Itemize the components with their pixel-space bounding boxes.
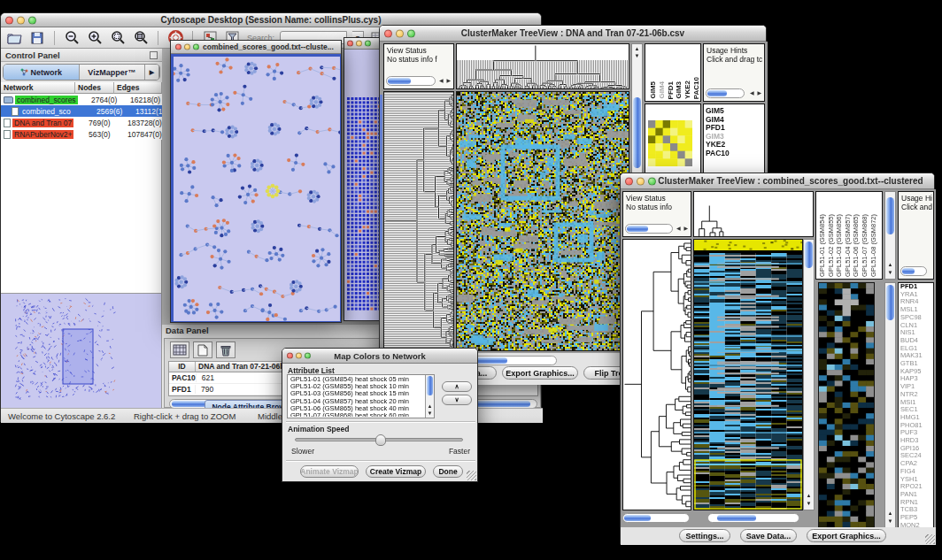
resize-grip[interactable] — [925, 534, 935, 544]
attribute-listbox[interactable]: GPL51-01 (GSM854) heat shock 05 minGPL51… — [287, 374, 435, 418]
animation-speed-slider[interactable] — [295, 438, 463, 441]
detail-heatmap-canvas[interactable] — [819, 283, 874, 527]
scroll-arrow-down[interactable]: ▼ — [885, 269, 895, 276]
zoom-fit-icon[interactable] — [132, 29, 150, 47]
row-dendrogram-canvas[interactable] — [384, 92, 453, 350]
delete-attribute-icon[interactable] — [216, 341, 236, 358]
scroll-thumb[interactable] — [805, 242, 813, 268]
scroll-thumb[interactable] — [886, 285, 894, 320]
minimize-button[interactable] — [184, 44, 190, 50]
move-up-button[interactable]: ∧ — [442, 381, 472, 392]
dense-network-grid-canvas[interactable] — [346, 96, 383, 314]
scroll-arrow-down[interactable]: ▼ — [632, 52, 642, 59]
background-window-titlebar[interactable] — [344, 38, 383, 50]
scroll-arrow-up[interactable]: ▲ — [804, 492, 814, 499]
row-dendrogram-panel[interactable] — [383, 91, 454, 351]
scroll-arrow-up[interactable]: ▲ — [885, 510, 895, 517]
tab-network[interactable]: Network — [4, 65, 80, 80]
scroll-arrows[interactable]: ◀ ▶ — [676, 224, 689, 233]
scroll-arrow-down[interactable]: ▼ — [804, 500, 814, 507]
zoom-button[interactable] — [28, 16, 36, 24]
treeview-combined-titlebar[interactable]: ClusterMaker TreeView : combined_scores_… — [621, 173, 934, 189]
open-session-icon[interactable] — [5, 29, 23, 47]
column-dendrogram-panel[interactable] — [456, 43, 629, 89]
treeview-dna-titlebar[interactable]: ClusterMaker TreeView : DNA and Tran 07-… — [380, 26, 766, 42]
dialog-titlebar[interactable]: Map Colors to Network — [282, 349, 477, 364]
zoom-in-icon[interactable] — [86, 29, 104, 47]
export-graphics-button[interactable]: Export Graphics... — [807, 529, 886, 542]
network-row[interactable]: combined_scores2764(0)16218(0) — [1, 94, 162, 105]
row-dendrogram-canvas[interactable] — [623, 240, 691, 510]
close-button[interactable] — [625, 177, 633, 185]
create-vizmap-button[interactable]: Create Vizmap — [366, 465, 426, 478]
scroll-thumb[interactable] — [427, 376, 433, 395]
attribute-item[interactable]: GPL51-07 (GSM868) heat shock 60 min — [289, 412, 424, 417]
scroll-arrow-down[interactable]: ▼ — [426, 410, 434, 417]
close-button[interactable] — [287, 353, 293, 359]
close-button[interactable] — [5, 16, 13, 24]
network-canvas[interactable] — [174, 57, 340, 321]
zoom-out-icon[interactable] — [63, 29, 81, 47]
zoom-button[interactable] — [193, 44, 199, 50]
zoom-button[interactable] — [648, 177, 656, 185]
slider-thumb[interactable] — [375, 434, 386, 446]
new-attribute-icon[interactable] — [193, 341, 212, 358]
heatmap-vscrollbar[interactable]: ▲ ▼ — [803, 239, 815, 510]
scroll-thumb[interactable] — [624, 515, 651, 521]
minimize-button[interactable] — [17, 16, 25, 24]
save-session-icon[interactable] — [28, 29, 46, 47]
scroll-arrow-up[interactable]: ▲ — [885, 261, 895, 268]
minimize-button[interactable] — [356, 41, 362, 47]
column-header-network[interactable]: Network — [1, 82, 75, 94]
network-overview-panel[interactable] — [1, 293, 162, 408]
scroll-thumb[interactable] — [707, 90, 727, 96]
scroll-thumb[interactable] — [475, 357, 507, 364]
network-canvas-area[interactable] — [344, 50, 383, 320]
scroll-thumb[interactable] — [902, 268, 915, 274]
scroll-arrow-down[interactable]: ▼ — [885, 518, 895, 525]
scroll-thumb[interactable] — [717, 515, 756, 521]
column-dendrogram-canvas[interactable] — [694, 192, 813, 236]
scroll-thumb[interactable] — [633, 97, 641, 168]
network-row[interactable]: combined_sco2569(6)13112(15) — [1, 105, 162, 117]
column-dendrogram-panel[interactable] — [693, 191, 814, 237]
done-button[interactable]: Done — [433, 465, 463, 478]
tab-overflow-arrow[interactable]: ▶ — [145, 65, 159, 80]
scroll-thumb[interactable] — [627, 226, 648, 232]
close-button[interactable] — [175, 44, 181, 50]
id-column-header[interactable]: ID — [169, 362, 196, 372]
network-row[interactable]: DNA and Tran 07769(0)183728(0) — [1, 117, 162, 128]
scroll-arrows[interactable]: ◀ ▶ — [750, 88, 762, 97]
detail-heatmap-panel[interactable] — [818, 282, 875, 528]
heatmap-panel[interactable] — [693, 239, 803, 510]
zoom-selected-icon[interactable] — [109, 29, 127, 47]
minimize-button[interactable] — [396, 29, 404, 37]
minimize-button[interactable] — [296, 353, 302, 359]
zoom-button[interactable] — [305, 353, 311, 359]
detail-vscrollbar[interactable]: ▲ ▼ — [884, 282, 896, 528]
column-header-edges[interactable]: Edges — [114, 82, 162, 94]
row-dendrogram-panel[interactable] — [622, 239, 691, 510]
scroll-thumb[interactable] — [886, 197, 894, 234]
labels-vscrollbar[interactable]: ▲ ▼ — [884, 191, 896, 280]
scroll-arrow-up[interactable]: ▲ — [426, 403, 434, 410]
column-header-nodes[interactable]: Nodes — [75, 82, 114, 94]
close-button[interactable] — [384, 29, 392, 37]
settings-button[interactable]: Settings... — [679, 529, 730, 542]
select-attributes-icon[interactable] — [170, 341, 189, 358]
heatmap-canvas[interactable] — [457, 92, 629, 350]
rowtree-hscrollbar[interactable] — [622, 513, 690, 523]
minimize-button[interactable] — [637, 177, 645, 185]
heatmap-panel[interactable] — [456, 91, 629, 351]
column-dendrogram-canvas[interactable] — [457, 44, 629, 88]
network-row[interactable]: RNAPuberNov2+563(0)107847(0) — [1, 128, 162, 140]
usage-hints-hscrollbar[interactable] — [706, 88, 745, 98]
resize-grip[interactable] — [467, 471, 476, 480]
scroll-arrows[interactable]: ◀ ▶ — [439, 76, 452, 85]
similarity-matrix-canvas[interactable] — [648, 120, 692, 166]
tab-vizmapper[interactable]: VizMapper™ — [80, 65, 145, 80]
scroll-arrow-up[interactable]: ▲ — [632, 45, 642, 52]
heatmap-canvas[interactable] — [694, 240, 802, 510]
save-data-button[interactable]: Save Data... — [740, 529, 797, 542]
float-panel-icon[interactable] — [150, 51, 158, 59]
